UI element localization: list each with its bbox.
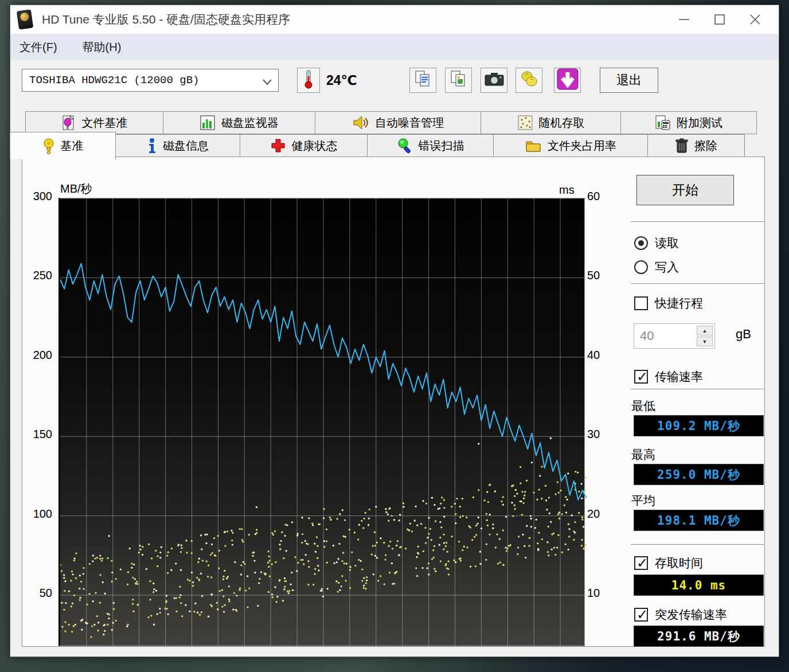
read-option[interactable]: 读取	[634, 235, 679, 251]
chevron-down-icon	[262, 76, 272, 89]
monitor-bars-icon	[200, 115, 216, 131]
average-label: 平均	[631, 493, 655, 509]
tab-info[interactable]: 磁盘信息	[115, 134, 240, 157]
left-axis-title: MB/秒	[60, 181, 92, 197]
noise-icon	[520, 70, 539, 91]
short-stroke-option[interactable]: 快捷行程	[634, 295, 703, 311]
window-controls	[666, 5, 773, 34]
temperature-value: 24℃	[326, 68, 357, 93]
menu-help[interactable]: 帮助(H)	[83, 40, 122, 55]
short-stroke-checkbox[interactable]	[634, 296, 648, 310]
toolbar: TOSHIBA HDWG21C (12000 gB) 24℃ 退出	[10, 60, 779, 111]
axis-tick-label: 50	[22, 587, 52, 601]
tab-monitor-bars[interactable]: 磁盘监视器	[163, 111, 315, 134]
drive-select-value: TOSHIBA HDWG21C (12000 gB)	[29, 74, 199, 87]
axis-tick-label: 300	[22, 190, 52, 205]
separator	[631, 544, 764, 545]
minimize-button[interactable]	[666, 5, 702, 34]
start-button[interactable]: 开始	[636, 175, 734, 205]
screenshot-camera-button[interactable]	[481, 68, 507, 93]
access-time-label: 存取时间	[655, 555, 703, 571]
separator	[631, 283, 764, 284]
tab-random-dots[interactable]: 随机存取	[481, 111, 621, 134]
extra-tests-icon	[655, 115, 671, 131]
copy-image-button[interactable]	[445, 68, 472, 93]
axis-tick-label: 20	[587, 507, 616, 522]
axis-tick-label: 100	[22, 507, 52, 522]
copy-text-button[interactable]	[409, 68, 436, 93]
axis-tick-label: 10	[587, 587, 616, 601]
short-stroke-size-value: 40	[640, 329, 654, 343]
maximum-label: 最高	[631, 447, 655, 463]
window-title: HD Tune 专业版 5.50 - 硬盘/固态硬盘实用程序	[42, 5, 290, 34]
average-value-display: 198.1 MB/秒	[634, 510, 764, 531]
minimum-label: 最低	[631, 398, 655, 414]
axis-tick-label: 50	[587, 269, 616, 284]
health-cross-icon	[270, 138, 286, 154]
tab-folder[interactable]: 文件夹占用率	[493, 134, 648, 157]
tab-label: 随机存取	[539, 115, 585, 131]
axis-tick-label: 150	[22, 428, 52, 443]
right-axis-title: ms	[559, 183, 575, 197]
read-label: 读取	[655, 235, 679, 251]
access-time-checkbox[interactable]	[634, 556, 648, 570]
tab-label: 错误扫描	[419, 138, 464, 154]
tab-label: 自动噪音管理	[375, 115, 444, 131]
tab-label: 磁盘监视器	[221, 115, 279, 131]
exit-button[interactable]: 退出	[600, 68, 658, 93]
transfer-rate-checkbox[interactable]	[634, 370, 648, 384]
write-radio[interactable]	[634, 260, 648, 274]
thermometer-icon	[302, 69, 315, 91]
maximize-button[interactable]	[702, 5, 737, 34]
tab-label: 文件基准	[82, 115, 128, 131]
maximum-value-display: 259.0 MB/秒	[634, 464, 764, 485]
access-time-value-display: 14.0 ms	[634, 575, 764, 596]
info-icon	[147, 138, 157, 154]
stepper-up-button[interactable]: ▲	[697, 326, 713, 335]
benchmark-chart	[58, 198, 585, 646]
tab-scan-magnifier[interactable]: 错误扫描	[367, 134, 494, 157]
transfer-rate-option[interactable]: 传输速率	[634, 369, 703, 385]
benchmark-tab-page: MB/秒 ms 30025020015010050 605040302010 开…	[22, 157, 765, 647]
tab-doc-bulb[interactable]: 文件基准	[25, 111, 163, 134]
scan-magnifier-icon	[397, 138, 413, 154]
download-arrow-button[interactable]	[554, 68, 581, 93]
screenshot-camera-icon	[484, 71, 505, 90]
burst-rate-option[interactable]: 突发传输速率	[634, 607, 727, 623]
burst-rate-value-display: 291.6 MB/秒	[634, 626, 764, 647]
axis-tick-label: 200	[22, 349, 52, 364]
noise-button[interactable]	[515, 68, 542, 93]
desktop: { "window": { "title": "HD Tune 专业版 5.50…	[0, 0, 789, 672]
speaker-icon	[352, 115, 369, 131]
close-button[interactable]	[737, 5, 773, 34]
drive-select-dropdown[interactable]: TOSHIBA HDWG21C (12000 gB)	[22, 69, 279, 92]
axis-tick-label: 250	[22, 269, 52, 284]
menu-file[interactable]: 文件(F)	[19, 40, 57, 55]
tab-row-secondary: 文件基准磁盘监视器自动噪音管理随机存取附加测试	[10, 111, 757, 134]
tab-label: 文件夹占用率	[548, 138, 616, 154]
burst-rate-checkbox[interactable]	[634, 608, 648, 622]
tab-erase-trash[interactable]: 擦除	[647, 134, 745, 157]
short-stroke-unit: gB	[736, 327, 751, 342]
minimum-value-display: 109.2 MB/秒	[634, 415, 764, 436]
tab-speaker[interactable]: 自动噪音管理	[315, 111, 481, 134]
title-bar: HD Tune 专业版 5.50 - 硬盘/固态硬盘实用程序	[10, 5, 779, 34]
write-option[interactable]: 写入	[634, 259, 679, 275]
download-arrow-icon	[556, 68, 579, 93]
write-label: 写入	[655, 259, 679, 275]
read-radio[interactable]	[634, 236, 648, 250]
transfer-rate-label: 传输速率	[655, 369, 703, 385]
short-stroke-size-stepper[interactable]: 40 ▲ ▼	[634, 323, 715, 349]
axis-tick-label: 40	[587, 349, 616, 364]
access-time-option[interactable]: 存取时间	[634, 555, 703, 571]
tab-health-cross[interactable]: 健康状态	[240, 134, 368, 157]
stepper-down-button[interactable]: ▼	[697, 337, 713, 346]
tab-bulb[interactable]: 基准	[10, 132, 116, 159]
tab-label: 附加测试	[677, 115, 722, 131]
tab-extra-tests[interactable]: 附加测试	[620, 111, 757, 134]
random-dots-icon	[517, 115, 533, 131]
temperature-button[interactable]	[297, 68, 320, 93]
short-stroke-label: 快捷行程	[655, 295, 703, 311]
separator	[631, 221, 764, 222]
copy-text-icon	[413, 69, 433, 91]
